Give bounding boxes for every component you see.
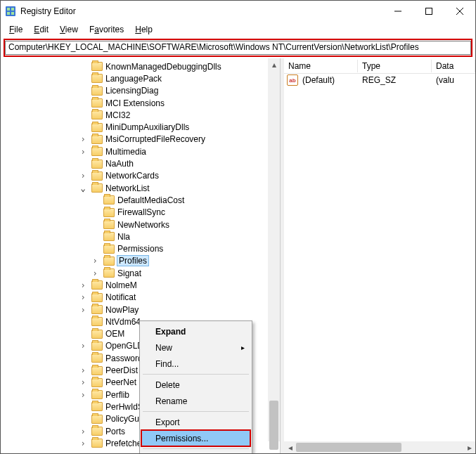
tree-item-label: NtVdm64: [105, 317, 141, 327]
svg-rect-1: [7, 8, 10, 11]
client-area: KnownManagedDebuggingDllsLanguagePackLic…: [1, 58, 475, 453]
folder-icon: [91, 110, 103, 119]
tree-item[interactable]: FirewallSync: [1, 207, 280, 219]
tree-item[interactable]: MCI32: [1, 109, 280, 121]
scroll-track[interactable]: [268, 70, 280, 429]
folder-icon: [103, 208, 115, 217]
tree-item[interactable]: NewNetworks: [1, 219, 280, 231]
chevron-right-icon[interactable]: ›: [77, 427, 89, 436]
ctx-rename[interactable]: Rename: [141, 393, 250, 409]
folder-icon: [91, 135, 103, 144]
ctx-export[interactable]: Export: [141, 414, 250, 430]
folder-icon: [91, 280, 103, 290]
chevron-down-icon[interactable]: ⌄: [77, 183, 89, 193]
tree-item[interactable]: ›NetworkCards: [1, 170, 280, 182]
chevron-right-icon[interactable]: ›: [77, 377, 89, 387]
svg-rect-3: [7, 12, 10, 15]
menu-edit[interactable]: Edit: [30, 23, 53, 36]
ctx-new[interactable]: New: [141, 339, 250, 356]
ctx-delete[interactable]: Delete: [141, 377, 250, 393]
list-horizontal-scrollbar[interactable]: ◂ ▸: [284, 441, 475, 453]
close-button[interactable]: [444, 1, 475, 22]
ctx-separator: [143, 448, 249, 449]
chevron-right-icon[interactable]: ›: [89, 256, 101, 266]
list-header: Name Type Data: [284, 58, 475, 74]
scroll-up-icon[interactable]: ▴: [268, 58, 280, 70]
chevron-right-icon[interactable]: ›: [77, 147, 89, 157]
scroll-left-icon[interactable]: ◂: [284, 441, 296, 453]
list-row[interactable]: ab (Default) REG_SZ (valu: [284, 74, 475, 86]
ctx-expand[interactable]: Expand: [141, 323, 250, 339]
ctx-permissions[interactable]: Permissions...: [141, 430, 250, 446]
tree-item[interactable]: ›NolmeM: [1, 279, 280, 291]
chevron-right-icon[interactable]: ›: [77, 292, 89, 302]
tree-item[interactable]: ›Signat: [1, 267, 280, 279]
ctx-copy-key-name[interactable]: Copy Key Name: [141, 451, 250, 454]
folder-icon: [91, 147, 103, 156]
chevron-right-icon[interactable]: ›: [77, 439, 89, 448]
tree-item[interactable]: LicensingDiag: [1, 85, 280, 97]
folder-icon: [103, 220, 115, 229]
tree-item[interactable]: ⌄NetworkList: [1, 182, 280, 194]
tree-item[interactable]: ›MsiCorruptedFileRecovery: [1, 134, 280, 145]
tree-item-label: Perflib: [105, 390, 129, 400]
tree-item-label: KnownManagedDebuggingDlls: [105, 62, 221, 72]
minimize-button[interactable]: [382, 1, 413, 22]
scroll-right-icon[interactable]: ▸: [463, 441, 475, 453]
tree-vertical-scrollbar[interactable]: ▴ ▾: [268, 58, 280, 441]
svg-rect-4: [11, 12, 14, 15]
maximize-button[interactable]: [413, 1, 444, 22]
cell-type: REG_SZ: [358, 75, 432, 85]
cell-name: (Default): [298, 75, 358, 85]
folder-icon: [91, 317, 103, 326]
chevron-right-icon[interactable]: ›: [77, 341, 89, 351]
scroll-thumb[interactable]: [269, 401, 278, 450]
tree-item-label: Password: [105, 354, 143, 363]
menu-help[interactable]: Help: [131, 23, 157, 36]
folder-icon: [103, 195, 115, 205]
folder-icon: [91, 402, 103, 411]
chevron-right-icon[interactable]: ›: [77, 305, 89, 315]
tree-item-label: Ports: [105, 427, 125, 436]
tree-item[interactable]: ›NowPlay: [1, 304, 280, 316]
tree-item[interactable]: ›Notificat: [1, 292, 280, 304]
tree-item[interactable]: MiniDumpAuxiliaryDlls: [1, 121, 280, 133]
folder-icon: [91, 366, 103, 375]
folder-icon: [91, 354, 103, 363]
tree-item[interactable]: Nla: [1, 231, 280, 242]
chevron-right-icon[interactable]: ›: [77, 171, 89, 181]
tree-item[interactable]: MCI Extensions: [1, 97, 280, 109]
tree-item[interactable]: KnownManagedDebuggingDlls: [1, 60, 280, 72]
col-type[interactable]: Type: [358, 60, 432, 72]
menubar: File Edit View Favorites Help: [1, 22, 475, 37]
menu-view[interactable]: View: [56, 23, 82, 36]
address-bar[interactable]: Computer\HKEY_LOCAL_MACHINE\SOFTWARE\Mic…: [5, 41, 471, 55]
tree-item-label: MiniDumpAuxiliaryDlls: [105, 122, 189, 132]
chevron-right-icon[interactable]: ›: [77, 365, 89, 375]
tree-item[interactable]: ›Profiles: [1, 255, 280, 267]
string-value-icon: ab: [287, 74, 298, 86]
tree-item[interactable]: DefaultMediaCost: [1, 194, 280, 206]
folder-icon: [91, 74, 103, 83]
hscroll-thumb[interactable]: [296, 443, 401, 452]
tree-item[interactable]: NaAuth: [1, 157, 280, 169]
chevron-right-icon[interactable]: ›: [89, 268, 101, 278]
tree-item[interactable]: ›Multimedia: [1, 145, 280, 157]
hscroll-track[interactable]: [296, 441, 463, 453]
window-title: Registry Editor: [20, 6, 382, 16]
tree-item[interactable]: LanguagePack: [1, 72, 280, 84]
value-pane[interactable]: Name Type Data ab (Default) REG_SZ (valu…: [284, 58, 475, 453]
menu-favorites[interactable]: Favorites: [85, 23, 128, 36]
folder-icon: [103, 232, 115, 241]
chevron-right-icon[interactable]: ›: [77, 280, 89, 290]
menu-file[interactable]: File: [5, 23, 27, 36]
folder-icon: [103, 268, 115, 278]
chevron-right-icon[interactable]: ›: [77, 134, 89, 144]
tree-item[interactable]: Permissions: [1, 242, 280, 254]
chevron-right-icon[interactable]: ›: [77, 390, 89, 400]
ctx-find[interactable]: Find...: [141, 356, 250, 372]
folder-icon: [91, 378, 103, 387]
tree-item-label: NolmeM: [105, 280, 137, 290]
col-data[interactable]: Data: [432, 60, 475, 72]
col-name[interactable]: Name: [284, 60, 358, 72]
